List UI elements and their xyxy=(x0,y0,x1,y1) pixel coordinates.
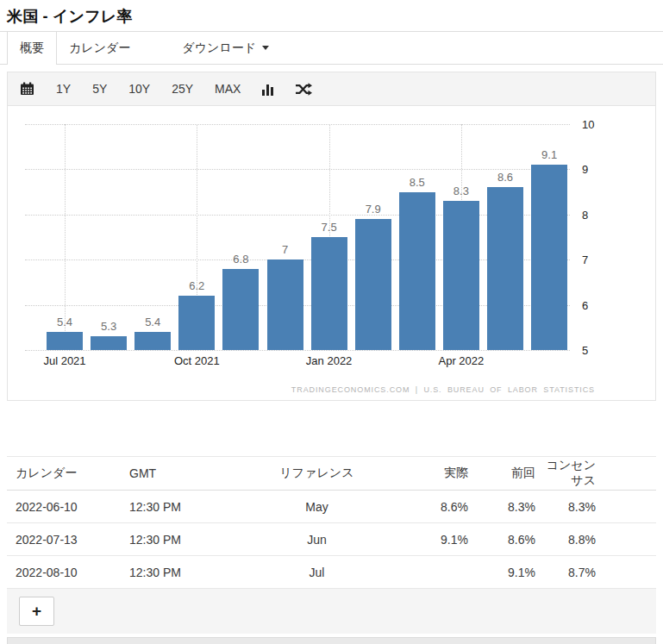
table-cell: 12:30 PM xyxy=(129,556,241,589)
bar-aug-2021[interactable] xyxy=(91,336,127,350)
add-button[interactable]: + xyxy=(19,597,54,626)
table-footer: + xyxy=(7,589,656,634)
header-previous: 前回 xyxy=(468,457,535,491)
inflation-bar-chart: Jul 2021Oct 2021Jan 2022Apr 20225.45.35.… xyxy=(8,106,655,400)
chart-card: 1Y 5Y 10Y 25Y MAX Jul 2021Oct 2021Jan 20 xyxy=(7,72,656,401)
tab-overview-label: 概要 xyxy=(20,41,44,56)
table-cell xyxy=(392,556,468,589)
calendar-icon[interactable] xyxy=(20,82,34,96)
table-cell: 9.1% xyxy=(468,556,535,589)
table-cell: 8.7% xyxy=(535,556,656,589)
bar-oct-2021[interactable] xyxy=(178,296,215,350)
x-axis-tick-label: Apr 2022 xyxy=(422,354,500,367)
table-cell: 2022-07-13 xyxy=(7,523,129,556)
table-cell: May xyxy=(241,491,392,523)
bar-apr-2022[interactable] xyxy=(443,201,479,350)
table-cell: 8.6% xyxy=(392,491,468,523)
bar-value-label: 8.3 xyxy=(435,184,487,197)
chart-plot-area: Jul 2021Oct 2021Jan 2022Apr 20225.45.35.… xyxy=(25,124,570,350)
page-title: 米国 - インフレ率 xyxy=(7,6,656,27)
gridline-horizontal xyxy=(25,350,570,351)
bar-chart-type-icon[interactable] xyxy=(262,83,274,96)
tab-overview[interactable]: 概要 xyxy=(7,32,57,65)
range-button-5y[interactable]: 5Y xyxy=(92,82,107,96)
chart-toolbar: 1Y 5Y 10Y 25Y MAX xyxy=(8,72,655,106)
table-cell: 9.1% xyxy=(392,523,468,556)
header-actual: 実際 xyxy=(392,457,468,491)
table-cell: 8.6% xyxy=(468,523,535,556)
chart-attribution: TRADINGECONOMICS.COM | U.S. BUREAU OF LA… xyxy=(291,385,595,394)
page-header: 米国 - インフレ率 xyxy=(0,0,663,32)
range-button-10y[interactable]: 10Y xyxy=(128,82,150,96)
table-cell: 8.8% xyxy=(535,523,656,556)
bar-value-label: 6.2 xyxy=(171,279,222,292)
y-axis-tick-label: 5 xyxy=(582,344,588,357)
y-axis-tick-label: 6 xyxy=(582,298,588,311)
table-cell: Jun xyxy=(241,523,392,556)
bar-may-2022[interactable] xyxy=(487,187,523,350)
range-button-max[interactable]: MAX xyxy=(215,82,241,96)
bar-value-label: 9.1 xyxy=(523,148,575,161)
chevron-down-icon xyxy=(262,46,269,50)
y-axis-tick-label: 8 xyxy=(582,208,588,221)
y-axis-tick-label: 10 xyxy=(582,118,594,131)
bar-dec-2021[interactable] xyxy=(267,259,303,350)
table-row[interactable]: 2022-06-1012:30 PMMay8.6%8.3%8.3% xyxy=(7,491,656,523)
y-axis-tick-label: 7 xyxy=(582,253,588,266)
gridline-horizontal xyxy=(25,124,570,125)
bar-nov-2021[interactable] xyxy=(222,269,259,350)
table-cell: 12:30 PM xyxy=(129,491,241,523)
next-section-strip xyxy=(7,637,656,644)
tab-calendar-label: カレンダー xyxy=(69,41,130,56)
table-row[interactable]: 2022-07-1312:30 PMJun9.1%8.6%8.8% xyxy=(7,523,656,556)
gridline-horizontal xyxy=(25,169,570,170)
bar-value-label: 7.9 xyxy=(347,203,399,216)
range-button-25y[interactable]: 25Y xyxy=(172,82,193,96)
x-axis-tick-label: Jan 2022 xyxy=(291,354,368,367)
tab-download[interactable]: ダウンロード xyxy=(170,32,281,64)
table-cell: 12:30 PM xyxy=(129,523,241,556)
table-cell: 2022-08-10 xyxy=(7,556,129,589)
bar-value-label: 8.6 xyxy=(479,171,531,184)
table-cell: 8.3% xyxy=(468,491,535,523)
tab-bar: 概要 カレンダー ダウンロード xyxy=(0,32,663,65)
header-calendar: カレンダー xyxy=(7,457,129,491)
y-axis-tick-label: 9 xyxy=(582,163,588,176)
header-reference: リファレンス xyxy=(241,457,392,491)
header-gmt: GMT xyxy=(129,457,241,491)
bar-jul-2021[interactable] xyxy=(47,332,83,350)
range-button-1y[interactable]: 1Y xyxy=(56,82,71,96)
bar-value-label: 7 xyxy=(260,243,311,256)
table-cell: 8.3% xyxy=(535,491,656,523)
calendar-table: カレンダー GMT リファレンス 実際 前回 コンセンサス 2022-06-10… xyxy=(7,456,656,589)
calendar-table-header: カレンダー GMT リファレンス 実際 前回 コンセンサス xyxy=(7,457,656,491)
bar-jun-2022[interactable] xyxy=(531,165,567,350)
bar-feb-2022[interactable] xyxy=(355,219,391,350)
bar-value-label: 5.4 xyxy=(127,316,178,328)
tab-calendar[interactable]: カレンダー xyxy=(57,32,142,64)
x-axis-tick-label: Jul 2021 xyxy=(26,354,103,367)
bar-mar-2022[interactable] xyxy=(399,192,435,350)
table-cell: 2022-06-10 xyxy=(7,491,129,523)
header-consensus: コンセンサス xyxy=(535,457,656,491)
tab-download-label: ダウンロード xyxy=(182,41,256,56)
bar-value-label: 7.5 xyxy=(303,221,355,234)
table-cell: Jul xyxy=(241,556,392,589)
compare-shuffle-icon[interactable] xyxy=(296,83,312,96)
table-row[interactable]: 2022-08-1012:30 PMJul9.1%8.7% xyxy=(7,556,656,589)
bar-sep-2021[interactable] xyxy=(134,332,171,350)
x-axis-tick-label: Oct 2021 xyxy=(158,354,235,367)
bar-jan-2022[interactable] xyxy=(311,237,347,350)
